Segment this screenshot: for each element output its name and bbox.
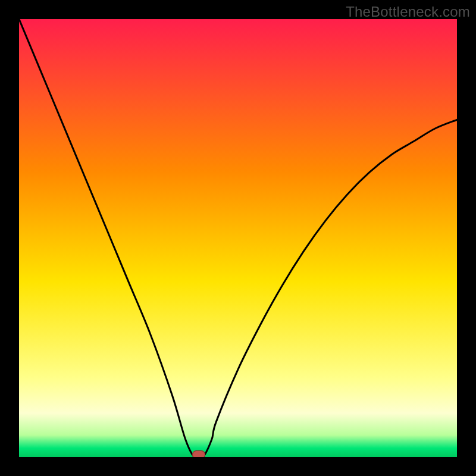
plot-area (19, 19, 457, 457)
watermark-text: TheBottleneck.com (346, 4, 470, 20)
curve-layer (19, 19, 457, 457)
optimum-marker (192, 450, 205, 457)
bottleneck-curve (19, 19, 457, 457)
chart-frame: TheBottleneck.com (0, 0, 476, 476)
